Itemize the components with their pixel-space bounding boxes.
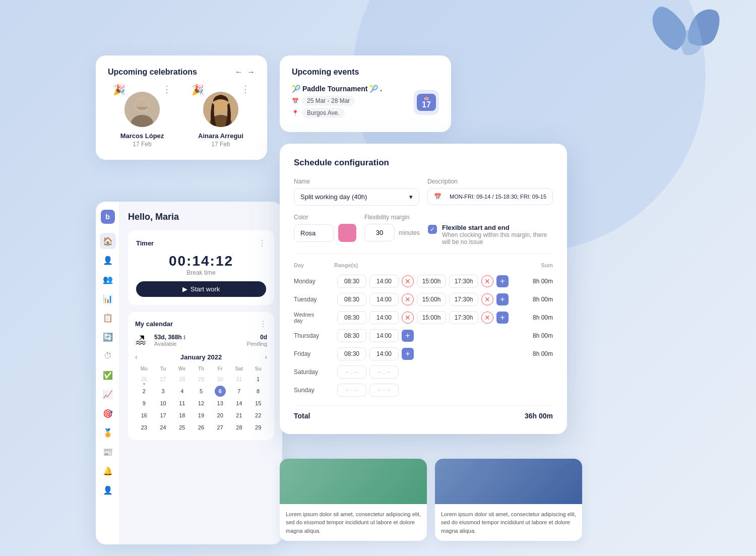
wednesday-start-1[interactable]	[337, 311, 366, 324]
cal-day-14[interactable]: 14	[233, 398, 244, 409]
cal-day-28[interactable]: 28	[233, 422, 244, 433]
thursday-add-btn[interactable]: +	[402, 330, 414, 342]
cal-day-28[interactable]: 28	[176, 374, 187, 385]
cal-day-29[interactable]: 29	[196, 374, 207, 385]
sidebar-icon-home[interactable]: 🏠	[100, 233, 116, 249]
cal-day-27b[interactable]: 27	[215, 422, 226, 433]
sidebar-icon-timer[interactable]: ⏱	[100, 348, 116, 364]
monday-start-1[interactable]	[337, 275, 366, 288]
wednesday-end-1[interactable]	[369, 311, 399, 324]
wednesday-del-1[interactable]: ✕	[402, 312, 414, 324]
sidebar-icon-refresh[interactable]: 🔄	[100, 329, 116, 345]
sidebar-icon-bell[interactable]: 🔔	[100, 463, 116, 479]
next-arrow[interactable]: →	[247, 68, 255, 77]
tuesday-start-1[interactable]	[337, 293, 366, 306]
cal-day-1[interactable]: 1	[253, 374, 264, 385]
news-card-2-text: Lorem ipsum dolor sit amet, consectetur …	[435, 504, 582, 541]
cal-day-3[interactable]: 3	[158, 386, 169, 397]
thursday-end-1[interactable]	[369, 329, 399, 342]
sched-row-tuesday: Tuesday ✕ ✕ + 8h 00m	[294, 290, 553, 308]
friday-end-1[interactable]	[369, 347, 399, 360]
monday-end-1[interactable]	[369, 275, 399, 288]
tuesday-start-2[interactable]	[417, 293, 446, 306]
cal-day-4[interactable]: 4	[176, 386, 187, 397]
cal-next-btn[interactable]: ›	[265, 353, 267, 361]
tuesday-del-1[interactable]: ✕	[402, 293, 414, 305]
cal-day-24[interactable]: 24	[158, 422, 169, 433]
events-card: Upcoming events 🎾 Paddle Tournament 🎾 . …	[280, 55, 451, 132]
thursday-start-1[interactable]	[337, 329, 366, 342]
sunday-start-1[interactable]	[337, 384, 366, 397]
cal-day-15[interactable]: 15	[253, 398, 264, 409]
cal-day-19[interactable]: 19	[196, 410, 207, 421]
cal-day-26b[interactable]: 26	[196, 422, 207, 433]
cal-day-30[interactable]: 30	[215, 374, 226, 385]
menu-dots-2[interactable]: ⋮	[241, 84, 250, 95]
tuesday-del-2[interactable]: ✕	[481, 293, 493, 305]
flexible-checkbox[interactable]: ✓	[428, 225, 437, 234]
sidebar-icon-news[interactable]: 📰	[100, 444, 116, 460]
prev-arrow[interactable]: ←	[235, 68, 243, 77]
sidebar-icon-check[interactable]: ✅	[100, 367, 116, 383]
cal-day-5[interactable]: 5	[196, 386, 207, 397]
sidebar-icon-trends[interactable]: 📈	[100, 386, 116, 402]
cal-day-8[interactable]: 8	[253, 386, 264, 397]
tuesday-add-btn[interactable]: +	[496, 293, 509, 305]
sidebar-icon-chart[interactable]: 📊	[100, 290, 116, 306]
color-swatch[interactable]	[338, 224, 356, 242]
stat-icon: 🏖	[135, 334, 146, 347]
cal-day-2[interactable]: 2	[139, 386, 150, 397]
sidebar-icon-target[interactable]: 🎯	[100, 405, 116, 421]
friday-add-btn[interactable]: +	[402, 348, 414, 360]
event-emoji-end: 🎾	[369, 85, 378, 93]
sidebar-icon-user[interactable]: 👤	[100, 252, 116, 268]
cal-day-21[interactable]: 21	[233, 410, 244, 421]
monday-start-2[interactable]	[417, 275, 446, 288]
cal-day-9[interactable]: 9	[139, 398, 150, 409]
cal-day-13[interactable]: 13	[215, 398, 226, 409]
sidebar-icon-award[interactable]: 🏅	[100, 424, 116, 441]
monday-end-2[interactable]	[449, 275, 478, 288]
monday-del-2[interactable]: ✕	[481, 275, 493, 287]
sunday-end-1[interactable]	[369, 384, 399, 397]
wednesday-end-2[interactable]	[449, 311, 478, 324]
cal-day-16[interactable]: 16	[139, 410, 150, 421]
sidebar-icon-users[interactable]: 👥	[100, 271, 116, 287]
wednesday-add-btn[interactable]: +	[496, 312, 509, 324]
wednesday-del-2[interactable]: ✕	[481, 312, 493, 324]
cal-prev-btn[interactable]: ‹	[135, 353, 138, 361]
menu-dots-1[interactable]: ⋮	[162, 84, 171, 95]
saturday-end-1[interactable]	[369, 365, 399, 379]
tuesday-end-1[interactable]	[369, 293, 399, 306]
monday-add-btn[interactable]: +	[496, 275, 509, 287]
cal-day-6-today[interactable]: 6	[215, 386, 226, 397]
cal-day-29b[interactable]: 29	[253, 422, 264, 433]
cal-day-26[interactable]: 26	[139, 374, 150, 385]
cal-day-20[interactable]: 20	[215, 410, 226, 421]
cal-day-7[interactable]: 7	[233, 386, 244, 397]
friday-start-1[interactable]	[337, 347, 366, 360]
cal-day-23[interactable]: 23	[139, 422, 150, 433]
saturday-start-1[interactable]	[337, 365, 366, 379]
sidebar-icon-docs[interactable]: 📋	[100, 310, 116, 326]
cal-day-31[interactable]: 31	[233, 374, 244, 385]
sidebar-icon-profile[interactable]: 👤	[100, 482, 116, 498]
cal-day-22[interactable]: 22	[253, 410, 264, 421]
calendar-menu[interactable]: ⋮	[259, 319, 267, 329]
cal-day-27[interactable]: 27	[158, 374, 169, 385]
cal-day-10[interactable]: 10	[158, 398, 169, 409]
tuesday-end-2[interactable]	[449, 293, 478, 306]
news-card-2-image	[435, 459, 582, 504]
cal-day-12[interactable]: 12	[196, 398, 207, 409]
cal-day-11[interactable]: 11	[176, 398, 187, 409]
start-work-button[interactable]: ▶ Start work	[136, 281, 266, 297]
cal-day-18[interactable]: 18	[176, 410, 187, 421]
flex-minutes-input[interactable]	[364, 224, 395, 241]
wednesday-sum: 8h 00m	[525, 314, 553, 321]
cal-day-25[interactable]: 25	[176, 422, 187, 433]
timer-menu[interactable]: ⋮	[258, 238, 266, 248]
wednesday-start-2[interactable]	[417, 311, 446, 324]
name-select[interactable]: Split working day (40h) ▾	[294, 188, 419, 206]
cal-day-17[interactable]: 17	[158, 410, 169, 421]
monday-del-1[interactable]: ✕	[402, 275, 414, 287]
